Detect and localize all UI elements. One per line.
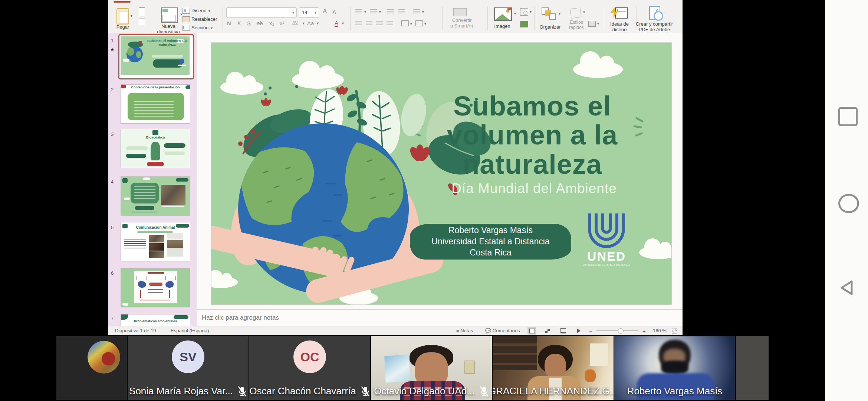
android-nav-bar — [825, 0, 868, 401]
columns-icon[interactable] — [401, 20, 409, 26]
design-ideas-button[interactable]: Ideas dediseño — [605, 22, 634, 33]
design-ideas-icon[interactable] — [611, 7, 628, 19]
home-icon[interactable] — [838, 194, 859, 213]
language-indicator[interactable]: Español (España) — [171, 328, 209, 333]
participant-tile-oscar[interactable]: OC Oscar Chacón Chavarría — [249, 336, 370, 400]
notes-placeholder: Haz clic para agregar notas — [202, 314, 279, 322]
view-slideshow-button[interactable] — [574, 327, 583, 335]
uned-logo: UNED UNIVERSIDAD ESTATAL A DISTANCIA — [581, 213, 632, 266]
quick-styles-icon — [570, 7, 581, 19]
change-case-button[interactable]: Aa — [307, 20, 314, 26]
fit-to-window-button[interactable] — [670, 327, 679, 335]
thumbnail-slide-1[interactable]: Subamos el volumen a la naturaleza — [118, 34, 194, 79]
superscript-button[interactable]: x² — [280, 20, 285, 26]
arrange-button[interactable]: Organizar — [536, 25, 564, 30]
selection-pane-icon[interactable] — [588, 21, 596, 27]
grow-font-button[interactable]: A — [323, 8, 327, 15]
numbering-icon[interactable] — [370, 9, 377, 14]
view-reading-button[interactable] — [559, 327, 568, 335]
ribbon: ▼ Pegar ▼ Nueva diapositiva Diseño ▼ Res… — [108, 3, 683, 33]
presenter-credit-box: Roberto Vargas Masís Universidad Estatal… — [410, 224, 571, 260]
adobe-pdf-button[interactable]: Crear y compartirPDF de Adobe — [631, 22, 678, 33]
zoom-level[interactable]: 160 % — [653, 328, 667, 333]
uned-logo-mark — [583, 213, 629, 249]
font-color-dropdown-icon[interactable]: ▼ — [341, 22, 345, 25]
participant-name: Oscar Chacón Chavarría — [249, 385, 356, 397]
copy-icon[interactable] — [139, 7, 145, 16]
bold-button[interactable]: N — [227, 20, 231, 26]
participant-tile-graciela[interactable]: GRACIELA HERNANDEZ.G... — [493, 336, 614, 400]
increase-indent-icon[interactable] — [398, 9, 405, 14]
animation-star-icon: ★ — [110, 47, 115, 52]
slide-counter: Diapositiva 1 de 19 — [115, 328, 156, 333]
strikethrough-button[interactable]: ab — [257, 20, 263, 26]
participant-tile-sonia[interactable]: SV Sonia María Rojas Var... — [128, 336, 249, 400]
adobe-pdf-icon[interactable] — [649, 6, 662, 20]
zoom-in-button[interactable]: + — [642, 328, 646, 334]
participant-tile-roberto[interactable]: Roberto Vargas Masís — [614, 336, 735, 400]
arrange-icon[interactable] — [542, 7, 556, 21]
bullets-icon[interactable] — [355, 9, 362, 14]
paste-dropdown-icon[interactable]: ▼ — [130, 14, 133, 18]
thumb-2-number: 2 — [111, 87, 114, 92]
thumbnail-slide-2[interactable]: Contenidos de la presentación — [121, 84, 190, 124]
powerpoint-window: ▼ Pegar ▼ Nueva diapositiva Diseño ▼ Res… — [108, 0, 683, 335]
thumbnail-slide-6[interactable] — [121, 268, 190, 307]
phone-screen: ▼ Pegar ▼ Nueva diapositiva Diseño ▼ Res… — [0, 0, 868, 401]
recent-apps-icon[interactable] — [838, 107, 858, 126]
font-color-button[interactable]: A — [335, 20, 338, 27]
picture-icon[interactable] — [494, 7, 512, 21]
char-spacing-button[interactable]: AV — [292, 20, 298, 25]
convert-smartart-button[interactable]: Convertira SmartArt — [441, 18, 482, 29]
thumbnail-slide-7[interactable]: Problemáticas ambientales — [121, 314, 190, 327]
justify-icon[interactable] — [387, 21, 393, 26]
italic-button[interactable]: K — [237, 20, 241, 26]
section-button[interactable]: Sección ▼ — [191, 25, 220, 31]
reset-icon — [183, 16, 190, 22]
paste-icon[interactable] — [116, 8, 129, 25]
format-painter-icon[interactable] — [139, 19, 145, 26]
zoom-slider[interactable] — [596, 330, 638, 331]
align-right-icon[interactable] — [376, 21, 383, 26]
slide-canvas[interactable]: Subamos el volumen a la naturaleza Día M… — [211, 43, 671, 304]
notes-toggle[interactable]: ≡ Notas — [456, 328, 473, 333]
align-left-icon[interactable] — [355, 21, 362, 26]
align-center-icon[interactable] — [366, 21, 372, 26]
reset-button[interactable]: Restablecer — [191, 17, 223, 22]
zoom-slider-knob[interactable] — [618, 328, 624, 334]
paste-button[interactable]: Pegar — [111, 25, 134, 30]
subscript-button[interactable]: x₂ — [269, 20, 274, 26]
underline-button[interactable]: S — [247, 20, 251, 26]
thumbnail-slide-5[interactable]: Comunicación Animal — [121, 222, 190, 261]
design-button[interactable]: Diseño ▼ — [191, 8, 217, 14]
zoom-out-button[interactable]: − — [589, 328, 592, 334]
font-name-select[interactable]: ▼ — [226, 7, 297, 18]
participant-name: GRACIELA HERNANDEZ.G... — [493, 385, 614, 397]
line-spacing-icon[interactable] — [413, 9, 420, 14]
notes-panel[interactable]: Haz clic para agregar notas — [197, 309, 683, 326]
participant-name: Octavio Delgado UAd... — [374, 385, 475, 397]
participant-tile-1[interactable] — [56, 336, 127, 400]
quick-styles-button[interactable]: Estilosrápidos — [565, 20, 588, 30]
new-slide-icon[interactable] — [161, 7, 178, 23]
shapes-icon[interactable] — [520, 8, 528, 16]
picture-button[interactable]: Imagen — [490, 24, 514, 29]
shrink-font-button[interactable]: A — [332, 9, 336, 15]
thumb-5-number: 5 — [111, 225, 114, 230]
participant-tile-octavio[interactable]: Octavio Delgado UAd... — [371, 336, 492, 400]
comments-toggle[interactable]: 💬 Comentarios — [485, 328, 520, 333]
participants-filmstrip: SV Sonia María Rojas Var... OC Oscar Cha… — [0, 335, 868, 400]
avatar-initials: SV — [172, 340, 204, 373]
thumbnail-slide-3[interactable]: Bioacústica — [121, 129, 190, 168]
text-direction-icon[interactable] — [415, 20, 423, 26]
participant-name: Sonia María Rojas Var... — [129, 385, 233, 397]
view-slide-sorter-button[interactable] — [543, 327, 552, 335]
photo-album-icon[interactable] — [520, 21, 528, 27]
font-size-select[interactable]: 14▼ — [299, 7, 319, 18]
view-normal-button[interactable] — [527, 327, 536, 335]
decrease-indent-icon[interactable] — [387, 9, 394, 14]
back-icon[interactable] — [838, 278, 857, 297]
thumb-4-number: 4 — [111, 179, 114, 185]
thumbnail-slide-4[interactable] — [121, 176, 190, 216]
picture-dropdown-icon[interactable]: ▼ — [513, 12, 517, 16]
